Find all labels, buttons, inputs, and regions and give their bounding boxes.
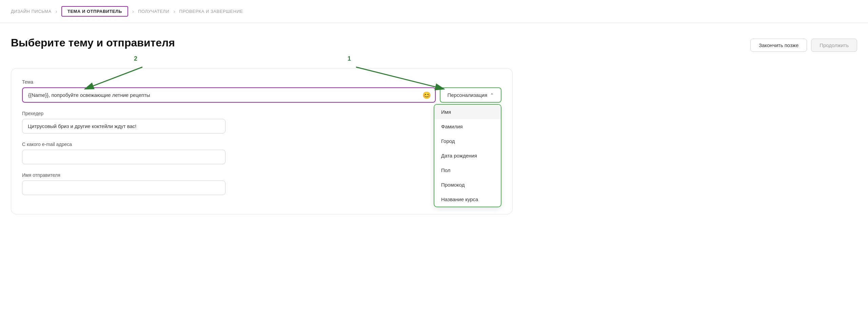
subject-input-row: 😊 Персонализация ⌃ Имя Фамилия Город Дат… <box>22 87 501 103</box>
dropdown-item-3[interactable]: Дата рождения <box>434 148 501 163</box>
from-email-label: С какого e-mail адреса <box>22 142 501 147</box>
breadcrumb-sep-1: › <box>56 8 57 15</box>
subject-row: Тема 😊 Персонализация ⌃ Имя Фамилия Гор <box>22 79 501 103</box>
dropdown-item-0[interactable]: Имя <box>434 105 501 119</box>
personalization-dropdown: Имя Фамилия Город Дата рождения Пол Пром… <box>434 104 501 207</box>
emoji-icon[interactable]: 😊 <box>422 91 431 99</box>
from-email-row: С какого e-mail адреса <box>22 142 501 164</box>
annotation-label-2: 2 <box>134 55 137 62</box>
preheader-label: Прехедер <box>22 111 501 116</box>
dropdown-item-1[interactable]: Фамилия <box>434 119 501 134</box>
header-buttons: Закончить позже Продолжить <box>750 39 857 52</box>
dropdown-item-5[interactable]: Промокод <box>434 177 501 192</box>
personalization-wrapper: Персонализация ⌃ Имя Фамилия Город Дата … <box>440 87 501 103</box>
preheader-row: Прехедер <box>22 111 501 133</box>
breadcrumb-item-recipients[interactable]: ПОЛУЧАТЕЛИ <box>138 9 169 14</box>
form-card: Тема 😊 Персонализация ⌃ Имя Фамилия Гор <box>11 68 513 214</box>
continue-button[interactable]: Продолжить <box>811 39 857 52</box>
main-content: 1 2 Выберите тему и отправителя Закончит… <box>0 23 868 225</box>
sender-name-row: Имя отправителя <box>22 172 501 195</box>
personalization-button[interactable]: Персонализация ⌃ <box>440 87 501 103</box>
page-title: Выберите тему и отправителя <box>11 37 175 49</box>
sender-name-input[interactable] <box>22 181 225 195</box>
breadcrumb-item-subject[interactable]: ТЕМА И ОТПРАВИТЕЛЬ <box>61 6 128 17</box>
breadcrumb-nav: ДИЗАЙН ПИСЬМА › ТЕМА И ОТПРАВИТЕЛЬ › ПОЛ… <box>0 0 868 23</box>
save-later-button[interactable]: Закончить позже <box>750 39 807 52</box>
from-email-input[interactable] <box>22 150 225 164</box>
breadcrumb-sep-2: › <box>132 8 134 15</box>
dropdown-item-4[interactable]: Пол <box>434 163 501 177</box>
subject-label: Тема <box>22 79 501 85</box>
breadcrumb-sep-3: › <box>173 8 175 15</box>
annotation-label-1: 1 <box>348 55 351 62</box>
dropdown-item-2[interactable]: Город <box>434 134 501 148</box>
preheader-input[interactable] <box>22 119 225 133</box>
page-header: Выберите тему и отправителя Закончить по… <box>11 37 857 52</box>
chevron-up-icon: ⌃ <box>490 92 494 98</box>
breadcrumb-item-review[interactable]: ПРОВЕРКА И ЗАВЕРШЕНИЕ <box>179 9 243 14</box>
subject-input-wrapper: 😊 <box>22 87 436 103</box>
personalization-label: Персонализация <box>447 92 487 98</box>
sender-name-label: Имя отправителя <box>22 172 501 178</box>
subject-input[interactable] <box>27 88 420 102</box>
dropdown-item-6[interactable]: Название курса <box>434 192 501 207</box>
breadcrumb-item-design[interactable]: ДИЗАЙН ПИСЬМА <box>11 9 52 14</box>
